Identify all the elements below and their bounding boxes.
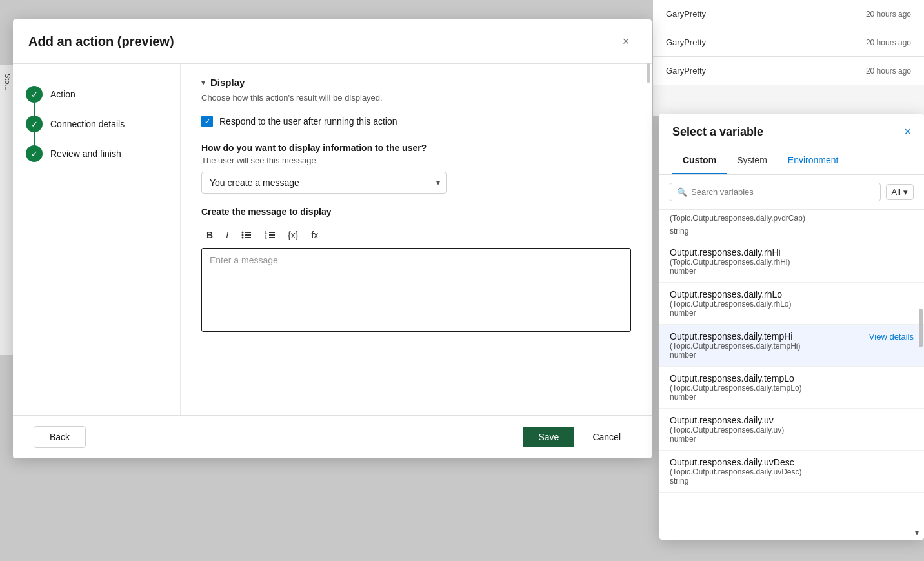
variable-name: Output.responses.daily.tempLo <box>670 373 794 383</box>
variable-filter-dropdown[interactable]: All ▾ <box>886 184 914 200</box>
step-label-connection: Connection details <box>50 119 125 129</box>
variable-item-main: Output.responses.daily.tempLo <box>670 373 914 383</box>
message-textarea[interactable] <box>201 248 631 332</box>
list-item[interactable]: Output.responses.daily.rhLo (Topic.Outpu… <box>659 283 924 325</box>
chevron-down-icon: ▾ <box>201 78 205 87</box>
bg-item-time: 20 hours ago <box>866 10 911 19</box>
step-label-review: Review and finish <box>50 148 121 159</box>
display-type-select[interactable]: You create a message <box>201 172 447 194</box>
display-section-description: Choose how this action's result will be … <box>201 93 631 103</box>
background-list: GaryPretty 20 hours ago GaryPretty 20 ho… <box>653 0 924 116</box>
modal-title: Add an action (preview) <box>28 34 174 49</box>
bullet-list-button[interactable] <box>236 228 257 242</box>
variable-name: Output.responses.daily.rhHi <box>670 247 781 258</box>
save-button[interactable]: Save <box>523 427 574 447</box>
svg-point-1 <box>242 234 244 236</box>
modal-body: ✓ Action ✓ Connection details ✓ Review a… <box>13 64 652 415</box>
display-section-header: ▾ Display <box>201 77 631 88</box>
svg-rect-3 <box>245 232 251 233</box>
variable-search-box: 🔍 <box>670 183 881 201</box>
variable-type: number <box>670 267 914 276</box>
view-details-link[interactable]: View details <box>869 332 914 342</box>
variable-panel-title: Select a variable <box>672 125 763 139</box>
svg-point-2 <box>242 237 244 239</box>
modal-close-button[interactable]: × <box>616 31 636 52</box>
cancel-button[interactable]: Cancel <box>582 427 631 447</box>
create-message-label: Create the message to display <box>201 207 631 217</box>
modal-scrollbar[interactable] <box>647 64 650 83</box>
variable-panel-tabs: Custom System Environment <box>659 147 924 175</box>
svg-rect-4 <box>245 234 251 236</box>
bg-item-name: GaryPretty <box>666 9 706 19</box>
tab-environment[interactable]: Environment <box>778 147 849 174</box>
variable-name: Output.responses.daily.tempHi <box>670 331 792 342</box>
main-content-area: ▾ Display Choose how this action's resul… <box>181 64 652 415</box>
variable-path: (Topic.Output.responses.daily.uvDesc) <box>670 467 914 476</box>
variable-list-scrollbar[interactable] <box>919 309 923 347</box>
variable-panel-header: Select a variable × <box>659 114 924 147</box>
list-item[interactable]: Output.responses.daily.tempLo (Topic.Out… <box>659 367 924 409</box>
bg-item-time: 20 hours ago <box>866 38 911 47</box>
variable-item-main: Output.responses.daily.rhLo <box>670 289 914 300</box>
step-connection: ✓ Connection details <box>26 109 167 139</box>
message-toolbar: B I 1. <box>201 225 631 245</box>
list-item[interactable]: Output.responses.daily.tempHi View detai… <box>659 325 924 367</box>
variable-path: (Topic.Output.responses.daily.tempLo) <box>670 383 914 393</box>
variable-insert-button[interactable]: {x} <box>283 227 303 243</box>
variable-type: string <box>670 476 914 485</box>
svg-text:3.: 3. <box>265 236 267 240</box>
respond-checkbox[interactable]: ✓ <box>201 116 213 127</box>
bg-item-name: GaryPretty <box>666 37 706 47</box>
variable-path: (Topic.Output.responses.daily.uv) <box>670 425 914 434</box>
variable-path: (Topic.Output.responses.daily.rhHi) <box>670 258 914 267</box>
chevron-down-icon: ▾ <box>903 187 908 197</box>
variable-name: Output.responses.daily.uv <box>670 415 774 425</box>
bg-item-name: GaryPretty <box>666 66 706 76</box>
add-action-modal: Add an action (preview) × ✓ Action ✓ Con… <box>13 19 652 458</box>
variable-item-main: Output.responses.daily.tempHi View detai… <box>670 331 914 342</box>
svg-rect-5 <box>245 237 251 238</box>
variable-top-path: (Topic.Output.responses.daily.pvdrCap) <box>659 210 924 227</box>
display-type-select-wrapper: You create a message ▾ <box>201 172 447 194</box>
variable-path: (Topic.Output.responses.daily.rhLo) <box>670 300 914 309</box>
variable-list: (Topic.Output.responses.daily.pvdrCap) s… <box>659 210 924 540</box>
list-item[interactable]: Output.responses.daily.rhHi (Topic.Outpu… <box>659 241 924 283</box>
step-circle-connection: ✓ <box>26 116 43 132</box>
svg-rect-9 <box>269 232 275 233</box>
svg-rect-10 <box>269 234 275 236</box>
tab-custom[interactable]: Custom <box>672 147 727 174</box>
steps-sidebar: ✓ Action ✓ Connection details ✓ Review a… <box>13 64 181 415</box>
list-item[interactable]: Output.responses.daily.uvDesc (Topic.Out… <box>659 451 924 493</box>
variable-panel: Select a variable × Custom System Enviro… <box>659 114 924 540</box>
variable-search-row: 🔍 All ▾ <box>659 175 924 210</box>
back-button[interactable]: Back <box>34 426 86 448</box>
variable-type: number <box>670 393 914 402</box>
svg-point-0 <box>242 232 244 234</box>
tab-system[interactable]: System <box>727 147 778 174</box>
bold-button[interactable]: B <box>201 227 218 243</box>
bg-item-time: 20 hours ago <box>866 66 911 76</box>
svg-rect-11 <box>269 237 275 238</box>
display-sub-label: The user will see this message. <box>201 156 631 165</box>
variable-item-main: Output.responses.daily.uvDesc <box>670 457 914 467</box>
variable-top-type: string <box>659 227 924 241</box>
filter-label: All <box>892 187 901 197</box>
respond-checkbox-label: Respond to the user after running this a… <box>219 116 397 127</box>
modal-header: Add an action (preview) × <box>13 19 652 64</box>
italic-button[interactable]: I <box>221 227 234 243</box>
display-section-title: Display <box>210 77 245 88</box>
variable-panel-close-button[interactable]: × <box>904 125 911 139</box>
list-item[interactable]: Output.responses.daily.uv (Topic.Output.… <box>659 409 924 451</box>
numbered-list-button[interactable]: 1. 2. 3. <box>259 228 280 242</box>
search-icon: 🔍 <box>677 187 687 197</box>
bg-list-item: GaryPretty 20 hours ago <box>653 28 924 57</box>
variable-type: number <box>670 434 914 444</box>
check-icon: ✓ <box>31 149 38 159</box>
step-circle-action: ✓ <box>26 86 43 103</box>
variable-item-main: Output.responses.daily.rhHi <box>670 247 914 258</box>
variable-search-input[interactable] <box>691 187 874 197</box>
step-review: ✓ Review and finish <box>26 139 167 168</box>
check-icon: ✓ <box>205 117 210 126</box>
formula-button[interactable]: fx <box>306 227 323 243</box>
step-label-action: Action <box>50 89 75 99</box>
